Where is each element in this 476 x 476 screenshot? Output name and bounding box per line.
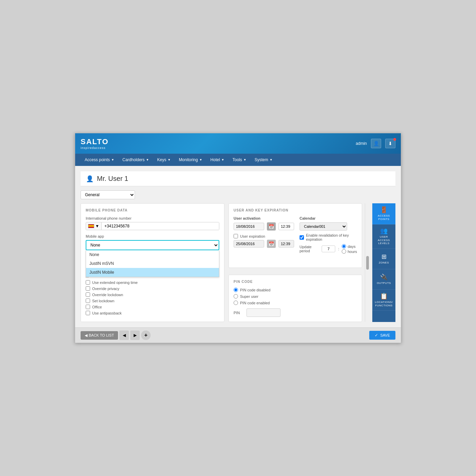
pin-disabled-radio[interactable] — [234, 288, 238, 292]
nav-cardholders[interactable]: Cardholders ▼ — [118, 154, 153, 166]
mobile-app-select[interactable]: None — [86, 240, 219, 250]
nav-bar: Access points ▼ Cardholders ▼ Keys ▼ Mon… — [75, 154, 401, 166]
btn-group-left: ◀ BACK TO LIST ◀ ▶ + — [81, 330, 151, 340]
expiration-date-row: 📅 — [234, 240, 294, 248]
hours-radio[interactable] — [342, 249, 346, 254]
cb-extended-input[interactable] — [86, 280, 90, 285]
activation-cal-btn[interactable]: 📅 — [267, 222, 276, 231]
activation-date-row: 📅 — [234, 222, 294, 231]
expiration-cal-btn[interactable]: 📅 — [267, 240, 276, 248]
pin-input[interactable] — [247, 308, 280, 317]
bottom-bar: ◀ BACK TO LIST ◀ ▶ + ✓ SAVE — [75, 327, 401, 343]
phone-flag[interactable]: ▼ — [86, 222, 102, 230]
general-select-wrap: General — [81, 190, 395, 199]
cb-lockdown-override-input[interactable] — [86, 292, 90, 297]
nav-hotel[interactable]: Hotel ▼ — [206, 154, 228, 166]
content-area: 👤 Mr. User 1 General MOBILE PHONE DATA I… — [75, 166, 401, 327]
sidebar-icons: 🚪 ACCESS POINTS 👥 USER ACCESS LEVELS ⊞ Z… — [372, 203, 395, 322]
sidebar-outputs[interactable]: 🔌 OUTPUTS — [372, 269, 395, 290]
nav-tools[interactable]: Tools ▼ — [228, 154, 251, 166]
activation-time[interactable] — [278, 223, 294, 230]
cb-set-lockdown: Set lockdown — [86, 299, 219, 303]
cb-antipassback-input[interactable] — [86, 311, 90, 315]
sidebar-locations-functions[interactable]: 📋 LOCATIONS/FUNCTIONS — [372, 290, 395, 311]
pin-field-row: PIN — [234, 308, 357, 317]
sidebar-zones[interactable]: ⊞ ZONES — [372, 249, 395, 269]
pin-enabled-radio[interactable] — [234, 301, 238, 305]
cb-extended: Use extended opening time — [86, 280, 219, 285]
nav-system[interactable]: System ▼ — [251, 154, 277, 166]
days-radio-row[interactable]: days — [342, 244, 357, 249]
logo-subtitle: inspiredaccess — [81, 146, 109, 150]
pin-disabled-row[interactable]: PIN code disabled — [234, 288, 357, 292]
scroll-thumb — [366, 256, 369, 270]
pin-enabled-row[interactable]: PIN code enabled — [234, 301, 357, 305]
dropdown-justin-msvn[interactable]: JustIN mSVN — [86, 259, 219, 268]
locations-icon: 📋 — [380, 293, 388, 299]
expiration-title: USER AND KEY EXPIRATION — [234, 208, 357, 212]
save-btn[interactable]: ✓ SAVE — [369, 331, 395, 340]
nav-monitoring[interactable]: Monitoring ▼ — [175, 154, 206, 166]
nav-keys-arrow: ▼ — [168, 158, 171, 162]
page-title: Mr. User 1 — [97, 175, 128, 183]
period-input[interactable] — [322, 245, 335, 252]
phone-row: ▼ — [86, 222, 219, 230]
mobile-app-label: Mobile app — [86, 234, 219, 238]
prev-btn[interactable]: ◀ — [119, 330, 129, 340]
nav-system-arrow: ▼ — [270, 158, 273, 162]
mobile-phone-title: MOBILE PHONE DATA — [86, 208, 219, 212]
cb-privacy-input[interactable] — [86, 286, 90, 291]
user-expiration-cb[interactable] — [234, 234, 238, 238]
users-icon: 👥 — [380, 228, 388, 234]
cb-lockdown-override: Override lockdown — [86, 292, 219, 297]
back-to-list-btn[interactable]: ◀ BACK TO LIST — [81, 331, 118, 340]
sidebar-user-access-levels[interactable]: 👥 USER ACCESS LEVELS — [372, 224, 395, 249]
pin-field-label: PIN — [234, 311, 244, 315]
next-btn[interactable]: ▶ — [130, 330, 140, 340]
calendar-select[interactable]: Calendar001 — [300, 222, 347, 231]
sidebar-access-points[interactable]: 🚪 ACCESS POINTS — [372, 203, 395, 224]
notification-btn[interactable]: ⬇ — [385, 139, 395, 148]
logo: SALTO inspiredaccess — [81, 137, 109, 150]
save-checkmark: ✓ — [375, 333, 378, 338]
super-user-row[interactable]: Super user — [234, 294, 357, 299]
expiration-top-row: User activation 📅 User — [234, 216, 357, 254]
cb-set-lockdown-input[interactable] — [86, 299, 90, 303]
pin-section: PIN CODE PIN code disabled Super user — [228, 275, 362, 322]
nav-keys[interactable]: Keys ▼ — [153, 154, 175, 166]
door-icon: 🚪 — [380, 207, 388, 213]
super-user-radio[interactable] — [234, 294, 238, 299]
mobile-phone-section: MOBILE PHONE DATA International phone nu… — [81, 203, 224, 322]
flag-spain — [88, 224, 94, 228]
nav-cardholders-arrow: ▼ — [146, 158, 149, 162]
cb-privacy: Override privacy — [86, 286, 219, 291]
nav-access-points-arrow: ▼ — [111, 158, 114, 162]
hours-radio-row[interactable]: hours — [342, 249, 357, 254]
outputs-icon: 🔌 — [380, 274, 388, 280]
add-btn[interactable]: + — [141, 330, 151, 340]
header-right: admin 👤 ⬇ — [356, 139, 395, 148]
form-scrollbar[interactable] — [365, 203, 370, 322]
general-select[interactable]: General — [81, 190, 135, 199]
expiration-section: USER AND KEY EXPIRATION User activation … — [228, 203, 362, 268]
nav-tools-arrow: ▼ — [243, 158, 247, 162]
nav-monitoring-arrow: ▼ — [199, 158, 202, 162]
mobile-app-section: None None JustIN mSVN JustIN Mobile — [86, 240, 219, 250]
revalidation-cb[interactable] — [300, 235, 304, 240]
expiration-time[interactable] — [278, 240, 294, 248]
dropdown-justin-mobile[interactable]: JustIN Mobile — [86, 268, 219, 277]
cb-office: Office — [86, 305, 219, 309]
phone-input[interactable] — [102, 222, 219, 230]
dropdown-none[interactable]: None — [86, 250, 219, 259]
days-radio[interactable] — [342, 244, 346, 249]
nav-access-points[interactable]: Access points ▼ — [81, 154, 118, 166]
notification-dot — [393, 138, 396, 141]
app-header: SALTO inspiredaccess admin 👤 ⬇ — [75, 133, 401, 154]
zones-icon: ⊞ — [381, 254, 387, 260]
activation-date[interactable] — [234, 223, 264, 230]
user-icon: 👤 — [86, 175, 94, 183]
cb-office-input[interactable] — [86, 305, 90, 309]
expiration-date[interactable] — [234, 240, 264, 248]
phone-label: International phone number — [86, 216, 219, 220]
user-icon-btn[interactable]: 👤 — [371, 139, 381, 148]
